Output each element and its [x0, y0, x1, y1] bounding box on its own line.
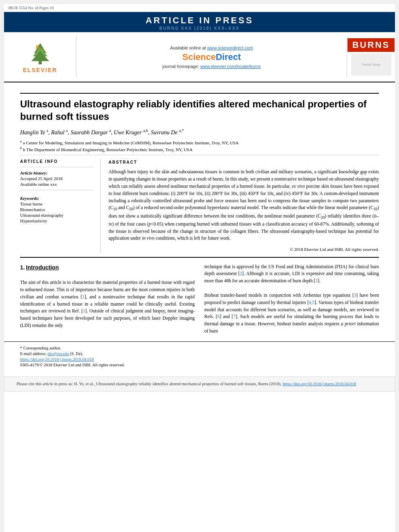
svg-point-6 [42, 49, 44, 51]
abstract-label: ABSTRACT [109, 159, 379, 165]
svg-text:Journal Image: Journal Image [362, 63, 380, 66]
journal-homepage-text: journal homepage: www.elsevier.com/locat… [162, 64, 261, 69]
ref-1[interactable]: 1 [82, 294, 84, 299]
burns-logo-area: BURNS Journal Image [347, 36, 395, 78]
article-info-label: ARTICLE INFO [20, 159, 94, 164]
affiliation-a: a a Center for Modeling, Simulation and … [20, 139, 379, 145]
article-info-separator [20, 167, 94, 167]
journal-ref: BURNS XXX (2018) XXX–XXX [4, 26, 395, 31]
elsevier-label: ELSEVIER [23, 67, 57, 73]
science-direct-link[interactable]: www.sciencedirect.com [207, 45, 253, 50]
body-right-col: technique that is approved by the US Foo… [204, 263, 379, 335]
journal-homepage-link[interactable]: www.elsevier.com/locate/burns [200, 64, 261, 69]
article-title: Ultrasound elastography reliably identif… [20, 98, 379, 123]
ref-1b[interactable]: 1 [83, 308, 85, 313]
elsevier-tree-icon [24, 41, 56, 65]
article-info-abstract-section: ARTICLE INFO Article history: Accepted 2… [20, 159, 379, 253]
footer-notes: * Corresponding author. E-mail address: … [4, 341, 395, 372]
ref-4-5[interactable]: 4,5 [309, 300, 315, 305]
top-banner: JBUR 5554 No. of Pages 10 [4, 4, 395, 12]
keywords-label: Keywords: [20, 196, 94, 201]
doi-link[interactable]: https://doi.org/10.1016/j.burns.2018.04.… [20, 357, 94, 362]
citation-text: Please cite this article in press as: H.… [16, 382, 282, 386]
ref-7[interactable]: 7 [233, 314, 236, 319]
abstract-column: ABSTRACT Although burn injury to the ski… [109, 159, 379, 253]
article-in-press-banner: ARTICLE IN PRESS BURNS XXX (2018) XXX–XX… [4, 12, 395, 32]
main-content: Ultrasound elastography reliably identif… [4, 82, 395, 341]
section-1-para-2: technique that is approved by the US Foo… [204, 263, 379, 285]
title-separator-top [20, 93, 379, 94]
keyword-biomechanics: Biomechanics [20, 207, 94, 212]
burns-logo-image: Journal Image [351, 53, 391, 76]
journal-code: JBUR 5554 No. of Pages 10 [8, 6, 53, 10]
keyword-tissue-burns: Tissue burns [20, 201, 94, 206]
citation-doi-link[interactable]: https://doi.org/10.1016/j.burns.2018.04.… [283, 382, 356, 386]
body-section: 1. Introduction The aim of this article … [20, 263, 379, 335]
doi-note: https://doi.org/10.1016/j.burns.2018.04.… [20, 357, 379, 362]
header-area: ELSEVIER Available online at www.science… [4, 32, 395, 82]
ref-3[interactable]: 3 [354, 293, 356, 298]
email-note: E-mail address: des@rpi.edu (S. De). [20, 351, 379, 356]
available-online: Available online xxx [20, 182, 94, 187]
authors: Hanglin Ye a, Rahul a, Saurabh Dargar a,… [20, 128, 379, 136]
header-center: Available online at www.sciencedirect.co… [76, 36, 347, 78]
accepted-date: Accepted 25 April 2018 [20, 176, 94, 181]
affiliation-b: b b The Department of Biomedical Enginee… [20, 146, 379, 152]
separator-after-affiliations [20, 155, 379, 155]
available-online-text: Available online at www.sciencedirect.co… [170, 45, 253, 50]
email-link[interactable]: des@rpi.edu [47, 351, 69, 356]
page: JBUR 5554 No. of Pages 10 ARTICLE IN PRE… [4, 4, 395, 532]
article-info-column: ARTICLE INFO Article history: Accepted 2… [20, 159, 101, 253]
section-1-para-3: Bioheat transfer-based models in conjunc… [204, 292, 379, 335]
body-left-col: 1. Introduction The aim of this article … [20, 263, 195, 335]
abstract-text: Although burn injury to the skin and sub… [109, 168, 379, 242]
aip-title: ARTICLE IN PRESS [4, 15, 395, 26]
article-history-label: Article history: [20, 170, 94, 175]
elsevier-logo-area: ELSEVIER [4, 36, 76, 78]
keyword-ultrasound-elastography: Ultrasound elastography [20, 213, 94, 218]
section-1-heading: 1. Introduction [20, 263, 195, 272]
copyright-notice: © 2018 Elsevier Ltd and ISBI. All rights… [109, 246, 379, 253]
body-separator [20, 257, 379, 258]
svg-point-5 [36, 46, 38, 49]
science-direct-logo: ScienceDirect [182, 52, 241, 62]
keyword-hyperelasticity: Hyperelasticity [20, 218, 94, 223]
ref-6[interactable]: 6 [217, 314, 220, 319]
ref-2[interactable]: 2 [240, 271, 242, 276]
issn-note: 0305-4179/© 2018 Elsevier Ltd and ISBI. … [20, 363, 379, 367]
citation-bar: Please cite this article in press as: H.… [4, 376, 395, 392]
section-1-para-1: The aim of this article is to characteri… [20, 279, 195, 329]
corresponding-author-note: * Corresponding author. [20, 346, 379, 350]
burns-logo: BURNS [348, 38, 395, 52]
keywords-separator [20, 190, 94, 190]
ref-2b[interactable]: 2 [315, 278, 318, 283]
